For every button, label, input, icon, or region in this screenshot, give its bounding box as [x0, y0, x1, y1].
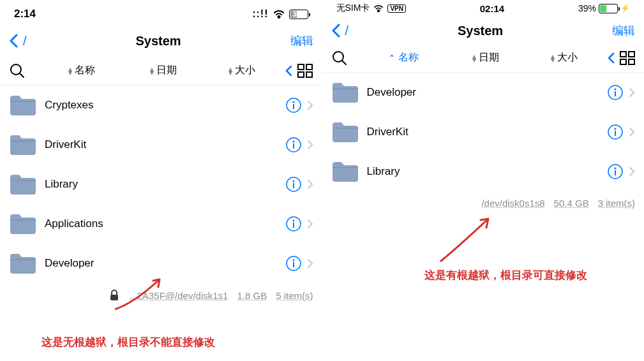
status-time: 2:14 — [14, 8, 36, 20]
chevron-left-icon[interactable] — [607, 52, 616, 64]
footer-bar: ...2A35F@/dev/disk1s1 1.8 GB 5 item(s) — [0, 283, 322, 307]
back-path: / — [345, 24, 349, 38]
footer-count[interactable]: 3 item(s) — [598, 198, 635, 209]
page-title: System — [458, 24, 503, 38]
navbar: / System 编辑 — [322, 18, 645, 43]
chevron-right-icon — [629, 127, 635, 137]
svg-rect-34 — [615, 170, 616, 175]
annotation-text: 这是无根越狱，根目录不能直接修改 — [41, 335, 215, 350]
annotation-arrow — [434, 214, 498, 265]
grid-view-icon[interactable] — [620, 51, 635, 65]
footer-bar: /dev/disk0s1s8 50.4 GB 3 item(s) — [322, 191, 645, 215]
svg-rect-1 — [298, 64, 304, 70]
sort-arrows-icon: ▴▾ — [472, 54, 476, 62]
chevron-left-icon — [9, 34, 19, 48]
file-row[interactable]: Applications — [0, 204, 322, 244]
back-button[interactable]: / — [9, 34, 27, 48]
footer-count[interactable]: 5 item(s) — [276, 290, 313, 301]
info-icon[interactable] — [607, 124, 624, 140]
file-row[interactable]: Library — [322, 152, 645, 191]
chevron-right-icon — [307, 219, 313, 229]
info-icon[interactable] — [285, 136, 302, 153]
info-icon[interactable] — [285, 97, 302, 114]
caret-up-icon: ⌃ — [388, 53, 396, 63]
sort-bar: ⌃ 名称 ▴▾ 日期 ▴▾ 大小 — [322, 43, 645, 73]
svg-rect-2 — [306, 64, 312, 70]
view-controls — [607, 51, 635, 65]
info-icon[interactable] — [285, 255, 302, 272]
file-name: DriverKit — [367, 126, 608, 138]
navbar: / System 编辑 — [0, 26, 322, 56]
svg-point-6 — [292, 101, 294, 103]
svg-point-12 — [292, 180, 294, 182]
footer-size[interactable]: 50.4 GB — [554, 198, 589, 209]
svg-rect-23 — [629, 52, 634, 57]
info-icon[interactable] — [607, 163, 624, 180]
status-bar: 2:14 ::!! 39 — [0, 0, 322, 26]
file-row[interactable]: DriverKit — [322, 112, 645, 152]
svg-rect-28 — [615, 91, 616, 96]
file-row[interactable]: Developer — [0, 244, 322, 283]
info-icon[interactable] — [285, 176, 302, 193]
edit-button[interactable]: 编辑 — [290, 33, 313, 48]
wifi-icon — [273, 10, 285, 19]
status-icons: ::!! 39 — [252, 8, 308, 20]
folder-icon — [9, 94, 36, 116]
footer-path[interactable]: /dev/disk0s1s8 — [481, 198, 544, 209]
svg-rect-22 — [620, 52, 626, 57]
file-row[interactable]: DriverKit — [0, 125, 322, 165]
sort-name[interactable]: ▴▾ 名称 — [38, 64, 124, 77]
file-name: Applications — [45, 217, 285, 230]
svg-rect-13 — [293, 183, 294, 188]
sort-arrows-icon: ▴▾ — [228, 67, 232, 75]
sort-size[interactable]: ▴▾ 大小 — [525, 51, 603, 64]
svg-rect-25 — [629, 59, 634, 64]
svg-rect-4 — [306, 72, 312, 77]
view-controls — [285, 64, 313, 78]
info-icon[interactable] — [607, 84, 624, 101]
sort-size[interactable]: ▴▾ 大小 — [203, 64, 281, 77]
chevron-left-icon[interactable] — [285, 64, 294, 77]
sort-date[interactable]: ▴▾ 日期 — [447, 51, 525, 64]
edit-button[interactable]: 编辑 — [612, 23, 635, 38]
svg-rect-7 — [293, 104, 294, 109]
file-name: Developer — [367, 86, 608, 99]
svg-rect-10 — [293, 144, 294, 149]
phone-left: 2:14 ::!! 39 / System 编辑 ▴▾ 名称 ▴▾ 日期 — [0, 0, 322, 361]
sort-bar: ▴▾ 名称 ▴▾ 日期 ▴▾ 大小 — [0, 56, 322, 85]
folder-icon — [331, 121, 358, 143]
file-row[interactable]: Cryptexes — [0, 85, 322, 125]
footer-size[interactable]: 1.8 GB — [237, 290, 267, 301]
status-bar: 无SIM卡 VPN 02:14 39% ⚡ — [322, 0, 645, 18]
signal-icon: ::!! — [252, 8, 268, 20]
svg-point-18 — [292, 260, 294, 262]
svg-rect-20 — [110, 295, 118, 300]
sort-name[interactable]: ⌃ 名称 — [361, 51, 447, 64]
battery-icon: 39 — [289, 10, 308, 19]
svg-point-33 — [615, 168, 617, 170]
charging-icon: ⚡ — [620, 4, 630, 13]
info-icon[interactable] — [285, 216, 302, 232]
svg-point-27 — [615, 89, 617, 91]
file-row[interactable]: Library — [0, 165, 322, 204]
file-row[interactable]: Developer — [322, 73, 645, 112]
svg-rect-3 — [298, 72, 304, 77]
search-icon[interactable] — [331, 50, 348, 66]
file-name: Developer — [45, 257, 285, 270]
annotation-text: 这是有根越狱，根目录可直接修改 — [424, 268, 587, 283]
svg-rect-19 — [293, 262, 294, 267]
file-name: Cryptexes — [45, 99, 285, 112]
search-icon[interactable] — [9, 63, 26, 79]
folder-icon — [9, 213, 36, 235]
chevron-right-icon — [629, 87, 635, 98]
chevron-right-icon — [629, 166, 635, 177]
folder-icon — [331, 82, 358, 103]
sort-date[interactable]: ▴▾ 日期 — [124, 64, 203, 77]
status-time: 02:14 — [480, 3, 504, 14]
back-button[interactable]: / — [331, 24, 349, 38]
grid-view-icon[interactable] — [297, 64, 313, 78]
battery-icon — [599, 4, 618, 13]
footer-path[interactable]: ...2A35F@/dev/disk1s1 — [129, 290, 228, 301]
chevron-right-icon — [307, 140, 313, 150]
file-name: Library — [367, 165, 608, 178]
